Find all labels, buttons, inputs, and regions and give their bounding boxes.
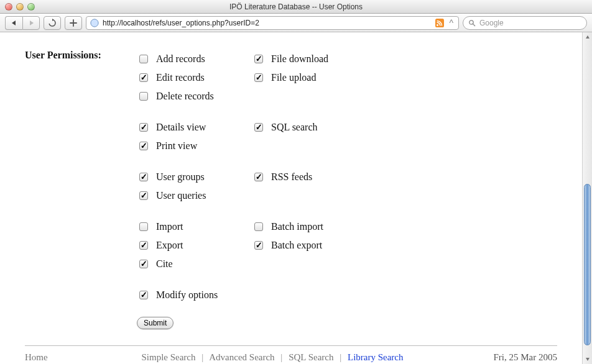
perm-rss-feeds[interactable]: RSS feeds [252, 168, 414, 186]
separator-icon: | [277, 352, 286, 362]
svg-point-8 [469, 20, 473, 24]
perm-label: Add records [156, 53, 205, 65]
scroll-up-button[interactable] [583, 32, 592, 42]
address-bar[interactable]: http://localhost/refs/user_options.php?u… [86, 16, 459, 30]
submit-row: Submit [137, 317, 252, 329]
footer-separator [25, 345, 557, 346]
svg-marker-11 [586, 358, 590, 361]
spacer [137, 205, 252, 217]
snapback-icon[interactable]: ^ [448, 18, 455, 28]
perm-user-groups[interactable]: User groups [137, 168, 252, 186]
footer-advanced-search-link[interactable]: Advanced Search [209, 352, 274, 362]
plus-icon [70, 19, 77, 27]
perm-file-upload-checkbox[interactable] [254, 73, 263, 82]
permissions-heading: User Permissions: [25, 50, 137, 329]
perm-label: User groups [156, 171, 205, 183]
perm-label: Edit records [156, 72, 205, 83]
svg-marker-0 [12, 20, 16, 25]
reload-icon [48, 19, 57, 27]
address-bar-text: http://localhost/refs/user_options.php?u… [103, 19, 432, 27]
perm-label: RSS feeds [271, 171, 312, 183]
footer-date: Fri, 25 Mar 2005 [427, 352, 557, 363]
perm-label: Export [156, 240, 183, 251]
perm-file-upload[interactable]: File upload [252, 68, 414, 87]
forward-button[interactable] [22, 16, 40, 30]
perm-details-view[interactable]: Details view [137, 118, 252, 137]
svg-marker-1 [30, 20, 34, 25]
nav-buttons [5, 16, 40, 30]
perm-sql-search-checkbox[interactable] [254, 123, 263, 132]
perm-add-records[interactable]: Add records [137, 50, 252, 68]
separator-icon: | [336, 352, 345, 362]
perm-details-view-checkbox[interactable] [139, 123, 148, 132]
perm-delete-records-checkbox[interactable] [139, 92, 148, 101]
submit-button[interactable]: Submit [137, 317, 173, 329]
triangle-down-icon [585, 357, 590, 362]
close-window-button[interactable] [5, 3, 12, 11]
rss-icon[interactable] [435, 19, 444, 27]
perm-delete-records[interactable]: Delete records [137, 87, 252, 106]
perm-export[interactable]: Export [137, 236, 252, 255]
perm-print-view[interactable]: Print view [137, 137, 252, 155]
scroll-thumb[interactable] [584, 184, 591, 345]
permissions-grid: User Permissions: Add records Edit recor… [25, 50, 557, 329]
perm-label: Import [156, 221, 183, 232]
perm-modify-options[interactable]: Modify options [137, 286, 252, 304]
perm-add-records-checkbox[interactable] [139, 55, 148, 63]
spacer [137, 106, 252, 118]
perm-label: File upload [271, 72, 316, 83]
perm-batch-import[interactable]: Batch import [252, 217, 414, 236]
perm-sql-search[interactable]: SQL search [252, 118, 414, 137]
perm-rss-feeds-checkbox[interactable] [254, 173, 263, 181]
svg-marker-10 [586, 35, 590, 39]
perm-edit-records[interactable]: Edit records [137, 68, 252, 87]
add-bookmark-button[interactable] [65, 16, 82, 30]
spacer [137, 273, 252, 286]
perm-cite[interactable]: Cite [137, 255, 252, 273]
perm-label: Batch export [271, 240, 322, 251]
perm-label: Batch import [271, 221, 323, 232]
perm-batch-import-checkbox[interactable] [254, 222, 263, 231]
spacer [252, 87, 414, 106]
svg-line-9 [473, 24, 475, 25]
minimize-window-button[interactable] [16, 3, 24, 11]
vertical-scrollbar[interactable] [582, 32, 592, 364]
search-field[interactable]: Google [463, 16, 587, 30]
perm-file-download-checkbox[interactable] [254, 55, 263, 63]
zoom-window-button[interactable] [27, 3, 35, 11]
spacer [252, 205, 414, 217]
permissions-col-2: File download File upload SQL search RSS… [252, 50, 414, 329]
perm-print-view-checkbox[interactable] [139, 142, 148, 150]
back-button[interactable] [5, 16, 22, 30]
browser-toolbar: http://localhost/refs/user_options.php?u… [0, 14, 592, 32]
perm-label: Delete records [156, 91, 214, 102]
perm-cite-checkbox[interactable] [139, 260, 148, 268]
perm-export-checkbox[interactable] [139, 241, 148, 250]
perm-user-queries-checkbox[interactable] [139, 191, 148, 200]
spacer [252, 186, 414, 205]
footer-sql-search-link[interactable]: SQL Search [289, 352, 333, 362]
footer-library-search-link[interactable]: Library Search [348, 352, 404, 362]
perm-label: Modify options [156, 289, 218, 301]
reload-button[interactable] [44, 16, 61, 30]
perm-batch-export-checkbox[interactable] [254, 241, 263, 250]
window-controls [0, 3, 35, 11]
perm-label: Details view [156, 122, 206, 133]
perm-import[interactable]: Import [137, 217, 252, 236]
perm-edit-records-checkbox[interactable] [139, 73, 148, 82]
perm-batch-export[interactable]: Batch export [252, 236, 414, 255]
footer-simple-search-link[interactable]: Simple Search [141, 352, 195, 362]
perm-user-groups-checkbox[interactable] [139, 173, 148, 181]
perm-file-download[interactable]: File download [252, 50, 414, 68]
perm-label: SQL search [271, 122, 318, 133]
window-titlebar: IPÖ Literature Database -- User Options [0, 0, 592, 14]
perm-user-queries[interactable]: User queries [137, 186, 252, 205]
footer-home-link[interactable]: Home [25, 352, 48, 362]
spacer [252, 137, 414, 155]
scroll-down-button[interactable] [583, 354, 592, 364]
spacer [252, 155, 414, 168]
perm-import-checkbox[interactable] [139, 222, 148, 231]
perm-modify-options-checkbox[interactable] [139, 291, 148, 299]
window-title: IPÖ Literature Database -- User Options [0, 2, 592, 11]
svg-point-3 [91, 19, 98, 26]
